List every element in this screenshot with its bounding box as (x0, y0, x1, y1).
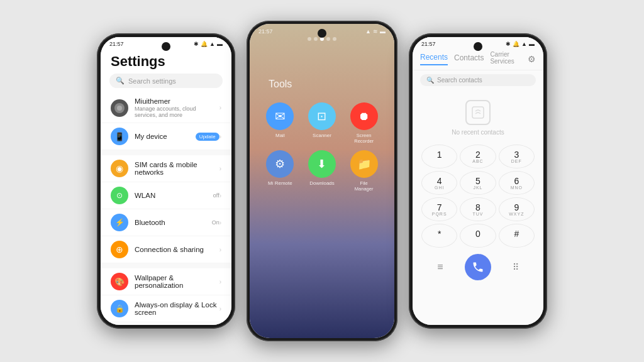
dial-key-0[interactable]: 0 (460, 224, 496, 248)
bluetooth-label: Bluetooth (135, 219, 212, 226)
downloads-label: Downloads (309, 180, 335, 186)
connection-icon-glyph: ⊕ (116, 244, 123, 255)
mydevice-icon: 📱 (111, 128, 128, 145)
battery-icon: ▬ (217, 41, 223, 47)
connection-label: Connection & sharing (135, 246, 219, 253)
settings-item-display[interactable]: ☀ Display › (101, 322, 231, 325)
miuithemer-content: Miuithemer Manage accounts, cloud servic… (135, 97, 219, 118)
bluetooth-icon-glyph: ⚡ (115, 218, 125, 227)
aod-label: Always-on display & Lock screen (135, 301, 219, 316)
sim-icon: ◉ (111, 160, 128, 177)
no-contacts-area: No recent contacts (413, 90, 543, 141)
dial-key-2[interactable]: 2 ABC (460, 145, 496, 168)
wlan-status: off (213, 192, 219, 199)
dial-key-hash[interactable]: # (499, 224, 535, 248)
phone-notch-3 (474, 42, 482, 51)
dial-key-5[interactable]: 5 JKL (460, 171, 496, 195)
dial-keypad-icon[interactable]: ⠿ (502, 254, 529, 280)
dial-key-7[interactable]: 7 PQRS (421, 197, 457, 221)
wlan-icon-glyph: ⊙ (116, 191, 123, 200)
file-manager-icon: 📁 (350, 150, 378, 178)
chevron-icon: › (219, 278, 221, 285)
dial-actions: ≡ ⠿ (413, 250, 543, 283)
gear-icon[interactable]: ⚙ (528, 54, 536, 64)
dialer-status-icons: ✱ 🔔 ▲ ▬ (506, 41, 535, 47)
dialer-search-icon: 🔍 (426, 77, 434, 84)
dial-key-star[interactable]: * (421, 224, 457, 248)
dialer-time: 21:57 (421, 41, 436, 47)
file-manager-label: File Manager (355, 180, 374, 192)
dial-key-8[interactable]: 8 TUV (460, 197, 496, 221)
app-item-downloads[interactable]: ⬇ Downloads (304, 150, 340, 192)
app-item-scanner[interactable]: ⊡ Scanner (304, 102, 340, 144)
launcher-wifi-icon: ≋ (373, 28, 378, 35)
notification-icon: 🔔 (201, 41, 208, 47)
dialer-signal-icon: ▲ (521, 41, 527, 47)
dialer-screen-container: 21:57 ✱ 🔔 ▲ ▬ Recents Contacts Carrier S… (413, 37, 543, 325)
wallpaper-icon: 🎨 (111, 273, 128, 290)
search-input[interactable]: Search settings (128, 77, 176, 85)
dial-key-1[interactable]: 1 (421, 145, 457, 168)
search-icon: 🔍 (116, 77, 125, 85)
no-contacts-text: No recent contacts (452, 129, 504, 136)
mi-remote-label: Mi Remote (268, 180, 292, 186)
mydevice-icon-glyph: 📱 (114, 132, 125, 141)
app-item-mi-remote[interactable]: ⚙ Mi Remote (262, 150, 298, 192)
mydevice-label: My device (135, 133, 196, 140)
app-item-mail[interactable]: ✉ Mail (262, 102, 298, 144)
app-item-file-manager[interactable]: 📁 File Manager (346, 150, 382, 192)
dialer-search-input[interactable]: Search contacts (437, 77, 482, 84)
dot-4 (326, 37, 330, 41)
tab-recents[interactable]: Recents (420, 53, 448, 65)
aod-content: Always-on display & Lock screen (135, 301, 219, 316)
settings-item-bluetooth[interactable]: ⚡ Bluetooth On › (101, 209, 231, 236)
dialer-search-bar[interactable]: 🔍 Search contacts (420, 74, 536, 86)
dialer-battery-icon: ▬ (529, 41, 535, 47)
phone-dialer: 21:57 ✱ 🔔 ▲ ▬ Recents Contacts Carrier S… (409, 33, 547, 329)
mail-icon: ✉ (266, 102, 294, 130)
app-item-screen-recorder[interactable]: ⏺ Screen Recorder (346, 102, 382, 144)
settings-item-miuithemer[interactable]: Miuithemer Manage accounts, cloud servic… (101, 93, 231, 123)
bluetooth-status: On (212, 219, 219, 226)
mydevice-right: Update (196, 133, 219, 141)
search-bar[interactable]: 🔍 Search settings (109, 74, 223, 88)
folder-label: Tools (250, 41, 394, 96)
settings-item-sim[interactable]: ◉ SIM cards & mobile networks › (101, 155, 231, 182)
settings-divider-2 (101, 263, 231, 268)
tab-carrier-services[interactable]: Carrier Services (490, 51, 521, 67)
mydevice-content: My device (135, 133, 196, 140)
settings-item-connection[interactable]: ⊕ Connection & sharing › (101, 236, 231, 263)
phone-notch-2 (318, 29, 326, 38)
aod-icon: 🔒 (111, 300, 128, 317)
chevron-icon: › (219, 133, 221, 140)
miuithemer-label: Miuithemer (135, 97, 219, 105)
dial-key-6[interactable]: 6 MNO (499, 171, 535, 195)
dialer-screen: 21:57 ✱ 🔔 ▲ ▬ Recents Contacts Carrier S… (413, 37, 543, 325)
wlan-right: off (213, 192, 219, 199)
settings-item-wallpaper[interactable]: 🎨 Wallpaper & personalization › (101, 268, 231, 295)
downloads-icon: ⬇ (308, 150, 336, 178)
launcher-signal-icon: ▲ (365, 28, 371, 35)
dot-5 (333, 37, 336, 41)
launcher-time: 21:57 (258, 28, 273, 35)
wallpaper-content: Wallpaper & personalization (135, 274, 219, 289)
dial-key-3[interactable]: 3 DEF (499, 145, 535, 168)
dial-menu-button[interactable]: ≡ (427, 254, 453, 280)
dialer-tabs: Recents Contacts Carrier Services ⚙ (413, 48, 543, 70)
wlan-label: WLAN (135, 192, 213, 199)
dialer-bt-icon: ✱ (506, 41, 511, 47)
chevron-icon: › (219, 165, 221, 172)
phone-notch (162, 42, 170, 51)
update-badge[interactable]: Update (196, 133, 219, 141)
tab-contacts[interactable]: Contacts (454, 53, 484, 65)
miuithemer-sub: Manage accounts, cloud services, and mor… (135, 106, 219, 118)
dial-call-button[interactable] (465, 254, 491, 280)
scanner-label: Scanner (313, 133, 331, 138)
chevron-icon: › (219, 305, 221, 312)
sim-label: SIM cards & mobile networks (135, 161, 219, 176)
settings-item-mydevice[interactable]: 📱 My device Update › (101, 123, 231, 150)
settings-item-aod[interactable]: 🔒 Always-on display & Lock screen › (101, 295, 231, 322)
dial-key-4[interactable]: 4 GHI (421, 171, 457, 195)
settings-item-wlan[interactable]: ⊙ WLAN off › (101, 182, 231, 209)
dial-key-9[interactable]: 9 WXYZ (499, 197, 535, 221)
